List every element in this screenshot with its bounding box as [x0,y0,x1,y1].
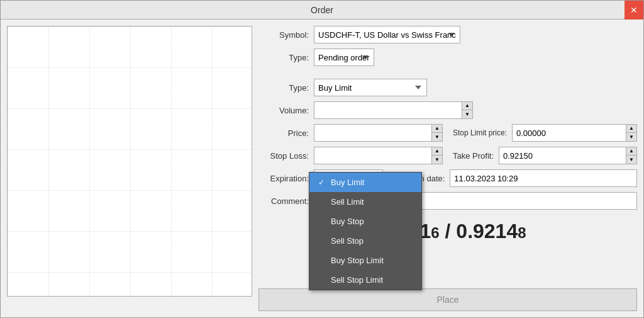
stop-loss-input[interactable] [314,147,431,164]
price-separator: / [440,220,457,242]
type-select[interactable]: Pending order [314,48,374,66]
stop-loss-spinner: ▲ ▼ [431,147,443,164]
take-profit-input[interactable]: 0.92150 [499,147,626,164]
stop-loss-up-button[interactable]: ▲ [432,147,442,156]
stop-limit-down-button[interactable]: ▼ [626,133,636,141]
volume-up-button[interactable]: ▲ [462,102,472,110]
ask-price-main: 0.9214 [456,220,518,242]
dropdown-item-sell-stop[interactable]: Sell Stop [309,231,421,251]
place-button-row: Place [258,288,637,311]
take-profit-down-button[interactable]: ▼ [626,156,636,164]
order-window: Order ✕ Symbol: USDCHF-T, US Dollar vs S… [0,0,644,318]
stop-loss-down-button[interactable]: ▼ [432,156,442,164]
expiration-date-input[interactable]: 11.03.2023 10:29 [450,169,637,187]
symbol-select-wrapper: USDCHF-T, US Dollar vs Swiss Franc [314,26,637,43]
stop-limit-col: Stop Limit price: 0.00000 ▲ ▼ [453,124,637,142]
inner-type-select[interactable]: Buy Limit [314,79,427,96]
dropdown-item-label: Buy Stop [331,217,364,226]
stop-limit-price-label: Stop Limit price: [453,128,507,137]
type-row: Type: Pending order [258,48,637,66]
dropdown-item-buy-stop-limit[interactable]: Buy Stop Limit [309,251,421,270]
expiration-label: Expiration: [258,174,309,183]
dropdown-item-sell-stop-limit[interactable]: Sell Stop Limit [309,270,421,290]
volume-down-button[interactable]: ▼ [462,110,472,118]
inner-type-label: Type: [258,83,309,93]
close-button[interactable]: ✕ [625,1,643,20]
bid-price-small: 6 [431,224,439,241]
volume-row: Volume: ▲ ▼ [258,101,637,119]
title-bar: Order ✕ [1,1,643,20]
take-profit-input-wrap: 0.92150 ▲ ▼ [499,147,637,164]
stop-loss-label: Stop Loss: [258,151,309,161]
form-area: Symbol: USDCHF-T, US Dollar vs Swiss Fra… [258,26,637,311]
stop-limit-price-input[interactable]: 0.00000 [512,124,626,142]
inner-type-row: Type: Buy Limit [258,79,637,96]
comment-label: Comment: [258,196,309,206]
volume-label: Volume: [258,106,309,115]
price-stop-limit-row: Price: ▲ ▼ Stop Limit price: 0.00000 [258,124,637,142]
stop-limit-up-button[interactable]: ▲ [626,125,636,133]
dropdown-item-label: Sell Stop Limit [331,275,383,285]
price-spinner: ▲ ▼ [431,124,443,142]
check-icon: ✓ [318,178,327,187]
dropdown-item-sell-limit[interactable]: Sell Limit [309,192,421,212]
dropdown-item-buy-stop[interactable]: Buy Stop [309,212,421,231]
content-area: Symbol: USDCHF-T, US Dollar vs Swiss Fra… [1,20,643,317]
stop-loss-take-profit-row: Stop Loss: ▲ ▼ Take Profit: 0.92150 [258,147,637,164]
place-button[interactable]: Place [258,288,637,311]
volume-input-wrap: ▲ ▼ [314,101,473,119]
window-title: Order [311,5,333,15]
stop-limit-spinner: ▲ ▼ [626,124,637,142]
dropdown-item-label: Buy Stop Limit [331,256,384,265]
dropdown-item-label: Sell Stop [331,236,364,246]
dropdown-item-buy-limit[interactable]: ✓ Buy Limit [309,173,421,192]
symbol-label: Symbol: [258,30,309,40]
stop-limit-input-wrap: 0.00000 ▲ ▼ [512,124,637,142]
price-down-button[interactable]: ▼ [432,133,442,141]
price-input[interactable] [314,124,431,142]
stop-loss-col: Stop Loss: ▲ ▼ [258,147,443,164]
symbol-row: Symbol: USDCHF-T, US Dollar vs Swiss Fra… [258,26,637,43]
type-dropdown: ✓ Buy Limit Sell Limit Buy Stop Sell Sto… [309,172,422,290]
volume-input[interactable] [314,101,462,119]
dropdown-item-label: Buy Limit [331,178,364,187]
take-profit-label: Take Profit: [453,151,494,161]
price-up-button[interactable]: ▲ [432,125,442,133]
inner-type-select-wrapper: Buy Limit [314,79,637,96]
price-input-wrap: ▲ ▼ [314,124,443,142]
chart-grid [8,26,252,296]
expiration-date-wrap: Expiration date: 11.03.2023 10:29 [388,169,637,187]
price-col: Price: ▲ ▼ [258,124,443,142]
dropdown-item-label: Sell Limit [331,197,364,207]
volume-spinner: ▲ ▼ [462,101,473,119]
take-profit-spinner: ▲ ▼ [626,147,637,164]
price-label: Price: [258,128,309,138]
ask-price-small: 8 [518,224,526,241]
take-profit-col: Take Profit: 0.92150 ▲ ▼ [453,147,637,164]
symbol-select[interactable]: USDCHF-T, US Dollar vs Swiss Franc [314,26,460,43]
stop-loss-input-wrap: ▲ ▼ [314,147,443,164]
take-profit-up-button[interactable]: ▲ [626,147,636,156]
chart-area [7,26,252,297]
type-label: Type: [258,53,309,62]
type-select-wrapper: Pending order [314,48,637,66]
